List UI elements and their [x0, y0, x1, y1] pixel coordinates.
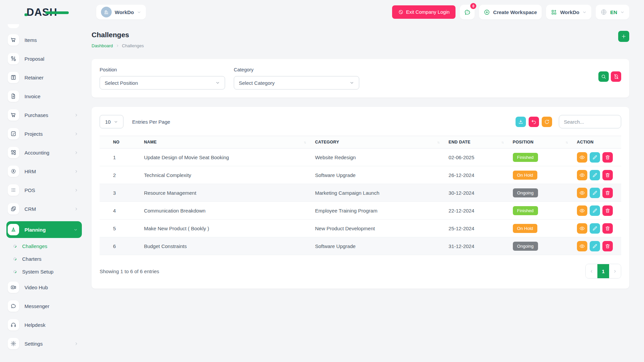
table-row: 6Budget ConstraintsSoftware Upgrade31-12…: [100, 237, 621, 255]
create-workspace-button[interactable]: Create Workspace: [479, 5, 542, 19]
cell-end-date: 02-06-2025: [444, 148, 508, 166]
apply-filter-button[interactable]: [598, 71, 609, 82]
column-header-category[interactable]: CATEGORY↑↓: [310, 136, 444, 148]
position-filter-select[interactable]: Select Position: [100, 76, 225, 89]
bullet-icon: [13, 269, 17, 274]
pencil-icon: [592, 243, 598, 249]
sidebar-subitem-challenges[interactable]: Challenges: [13, 243, 78, 249]
sidebar-item-projects[interactable]: Projects: [8, 128, 78, 139]
edit-button[interactable]: [590, 241, 600, 251]
entries-per-page-select[interactable]: 10: [100, 115, 123, 128]
chevron-right-icon: [74, 132, 78, 136]
eye-icon: [579, 243, 585, 249]
view-button[interactable]: [577, 152, 587, 163]
edit-button[interactable]: [590, 152, 600, 163]
sort-icon[interactable]: ↑↓: [304, 140, 306, 144]
messages-button[interactable]: 0: [460, 5, 475, 19]
view-button[interactable]: [577, 188, 587, 198]
view-button[interactable]: [577, 205, 587, 216]
trash-icon: [605, 190, 610, 196]
pagination-prev-button[interactable]: [586, 264, 597, 278]
edit-button[interactable]: [590, 205, 600, 216]
view-button[interactable]: [577, 241, 587, 251]
reset-button[interactable]: [529, 117, 539, 127]
sidebar-item-proposal[interactable]: Proposal: [8, 53, 78, 64]
exit-company-login-button[interactable]: Exit Company Login: [392, 5, 456, 19]
eye-icon: [579, 208, 585, 214]
plus-circle-icon: [484, 9, 490, 15]
sidebar-item-pos[interactable]: POS: [8, 184, 78, 196]
sidebar-item-hrm[interactable]: HRM: [8, 166, 78, 177]
sidebar-item-accounting[interactable]: Accounting: [8, 147, 78, 158]
sort-icon[interactable]: ↑↓: [437, 140, 439, 144]
chevron-right-icon: [74, 150, 78, 155]
download-icon: [518, 119, 524, 125]
chevron-right-icon: [74, 113, 78, 117]
edit-button[interactable]: [590, 223, 600, 234]
chevron-right-icon: [74, 169, 78, 174]
sidebar-item-purchases[interactable]: Purchases: [8, 109, 78, 121]
delete-button[interactable]: [602, 205, 613, 216]
category-filter-label: Category: [234, 67, 359, 72]
pagination-page-1[interactable]: 1: [597, 264, 609, 278]
edit-button[interactable]: [590, 170, 600, 180]
column-header-no: NO: [100, 136, 139, 148]
chat-bubble-icon: [8, 300, 19, 312]
eye-icon: [579, 155, 585, 160]
cell-no: 3: [100, 184, 139, 202]
table-search-input[interactable]: [559, 115, 621, 128]
delete-button[interactable]: [602, 152, 613, 163]
delete-button[interactable]: [602, 170, 613, 180]
ban-icon: [398, 9, 404, 15]
edit-button[interactable]: [590, 188, 600, 198]
trash-icon: [605, 226, 610, 231]
language-code: EN: [610, 9, 617, 15]
sidebar-subitem-charters[interactable]: Charters: [13, 256, 78, 262]
workdo-apps-menu[interactable]: WorkDo: [546, 5, 591, 19]
view-button[interactable]: [577, 170, 587, 180]
column-header-position[interactable]: POSITION↑↓: [508, 136, 572, 148]
pagination-next-button[interactable]: [609, 264, 621, 278]
delete-button[interactable]: [602, 223, 613, 234]
sort-icon[interactable]: ↑↓: [566, 140, 568, 144]
sidebar-item-messenger[interactable]: Messenger: [8, 300, 78, 312]
sidebar-item-invoice[interactable]: Invoice: [8, 90, 78, 102]
cell-name: Technical Complexity: [139, 166, 310, 184]
sidebar-subitem-system-setup[interactable]: System Setup: [13, 269, 78, 275]
column-header-name[interactable]: NAME↑↓: [139, 136, 310, 148]
export-button[interactable]: [516, 117, 526, 127]
sidebar-item-crm[interactable]: CRM: [8, 203, 78, 215]
sidebar-item-retainer[interactable]: Retainer: [8, 72, 78, 83]
status-badge: Ongoing: [513, 242, 538, 251]
sort-icon[interactable]: ↑↓: [501, 140, 503, 144]
cell-position: On Hold: [508, 166, 572, 184]
language-selector[interactable]: EN: [596, 5, 629, 19]
refresh-icon: [544, 119, 550, 125]
cell-position: Finished: [508, 148, 572, 166]
trash-icon: [605, 208, 610, 214]
table-row: 5Make New Product ( Bookly )New Product …: [100, 220, 621, 237]
clear-filter-button[interactable]: [611, 71, 621, 82]
cell-position: Ongoing: [508, 237, 572, 255]
add-challenge-button[interactable]: [618, 31, 629, 42]
column-header-end-date[interactable]: END DATE↑↓: [444, 136, 508, 148]
cell-name: Make New Product ( Bookly ): [139, 220, 310, 237]
sidebar-item-helpdesk[interactable]: Helpdesk: [8, 319, 78, 330]
category-filter-select[interactable]: Select Category: [234, 76, 359, 89]
refresh-button[interactable]: [542, 117, 552, 127]
workspace-switcher[interactable]: WorkDo: [96, 5, 146, 19]
clear-filter-icon: [613, 74, 619, 79]
breadcrumb-dashboard-link[interactable]: Dashboard: [92, 43, 113, 48]
challenges-table: NO NAME↑↓ CATEGORY↑↓ END DATE↑↓ POSITION…: [100, 136, 621, 255]
sidebar-item-settings[interactable]: Settings: [8, 338, 78, 349]
chevron-down-icon: [582, 10, 587, 14]
view-button[interactable]: [577, 223, 587, 234]
sidebar-item-video-hub[interactable]: Video Hub: [8, 282, 78, 293]
table-footer: Showing 1 to 6 of 6 entries 1: [100, 264, 621, 281]
delete-button[interactable]: [602, 188, 613, 198]
swap-grid-icon: [8, 53, 19, 64]
messages-count-badge: 0: [470, 3, 476, 9]
sidebar-item-items[interactable]: Items: [8, 34, 78, 46]
sidebar-item-planning[interactable]: Planning: [6, 221, 82, 238]
delete-button[interactable]: [602, 241, 613, 251]
